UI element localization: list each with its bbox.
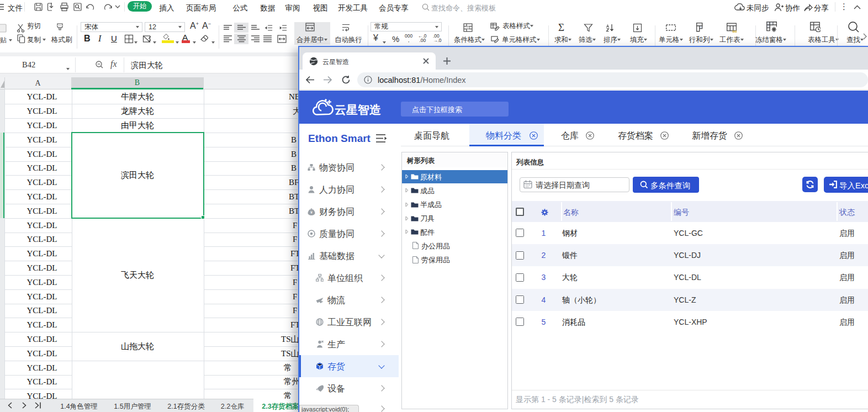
svg-text:¥: ¥ [310,210,313,214]
